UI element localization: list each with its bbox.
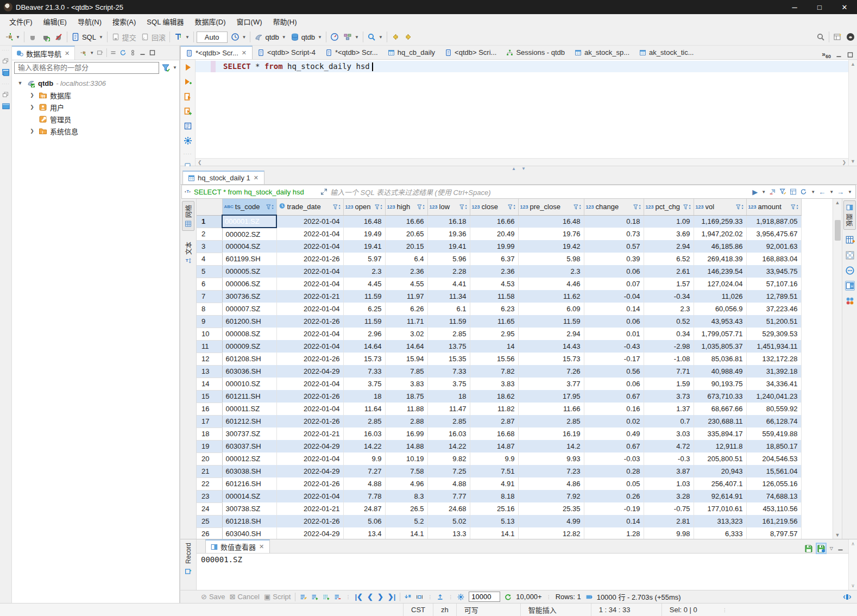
- cell-open[interactable]: 19.49: [343, 228, 385, 240]
- cell-close[interactable]: 7.82: [470, 365, 518, 378]
- cell-pre_close[interactable]: 3.77: [518, 378, 584, 390]
- cell-close[interactable]: 5.13: [470, 515, 518, 527]
- cell-ts_code[interactable]: 000005.SZ: [222, 265, 276, 278]
- cell-ts_code[interactable]: 601211.SH: [222, 390, 276, 403]
- cell-high[interactable]: 6.26: [385, 303, 427, 315]
- references-panel-icon[interactable]: [845, 296, 855, 306]
- value-viewer-panel-icon[interactable]: H: [845, 281, 855, 291]
- cell-amount[interactable]: 31,392.18: [746, 365, 801, 378]
- cell-change[interactable]: -0.19: [584, 502, 644, 515]
- cell-vol[interactable]: 6,333: [694, 527, 746, 539]
- cell-pct_chg[interactable]: 2.94: [644, 240, 694, 253]
- row-number[interactable]: 1: [197, 215, 222, 228]
- table-row[interactable]: 6000006.SZ2022-01-044.454.554.414.534.46…: [197, 278, 801, 290]
- cell-close[interactable]: 25.16: [470, 502, 518, 515]
- tab-overflow-button[interactable]: »60: [822, 51, 831, 59]
- menu-item[interactable]: 搜索(A): [108, 15, 141, 28]
- cell-high[interactable]: 14.88: [385, 440, 427, 452]
- cell-ts_code[interactable]: 000011.SZ: [222, 403, 276, 415]
- table-row[interactable]: 22601216.SH2022-01-264.884.964.884.914.8…: [197, 477, 801, 490]
- project-fastview-icon[interactable]: [2, 102, 10, 111]
- filter-sort-icon[interactable]: [333, 203, 342, 211]
- cell-pre_close[interactable]: 16.19: [518, 428, 584, 440]
- cell-vol[interactable]: 46,185.86: [694, 240, 746, 253]
- tree-item-管理员[interactable]: 管理员: [12, 113, 179, 125]
- cell-ts_code[interactable]: 000008.SZ: [222, 328, 276, 340]
- scroll-right-icon[interactable]: ❯: [842, 160, 846, 165]
- table-row[interactable]: 25601218.SH2022-01-265.065.25.025.134.99…: [197, 515, 801, 527]
- table-row[interactable]: 19603037.SH2022-04-2914.2214.8814.2214.8…: [197, 440, 801, 452]
- cell-pct_chg[interactable]: 2.3: [644, 303, 694, 315]
- minimize-panel-icon[interactable]: [837, 545, 844, 552]
- table-row[interactable]: 1000001.SZ2022-01-0416.4816.6616.1816.66…: [197, 215, 801, 228]
- cell-amount[interactable]: 33,945.75: [746, 265, 801, 278]
- cell-amount[interactable]: 161,219.56: [746, 515, 801, 527]
- row-number[interactable]: 24: [197, 502, 222, 515]
- edit-filter-icon[interactable]: [779, 188, 786, 196]
- tree-item-用户[interactable]: ❯用户: [12, 101, 179, 113]
- cell-trade_date[interactable]: 2022-01-04: [276, 378, 343, 390]
- add-row-icon[interactable]: [311, 593, 318, 600]
- row-number[interactable]: 6: [197, 278, 222, 290]
- table-row[interactable]: 24300738.SZ2022-01-2124.8726.524.6825.16…: [197, 502, 801, 515]
- cell-open[interactable]: 4.88: [343, 477, 385, 490]
- chevron-down-icon[interactable]: ▼: [90, 51, 94, 55]
- table-row[interactable]: 26603040.SH2022-04-2913.414.113.314.112.…: [197, 527, 801, 539]
- cell-open[interactable]: 7.78: [343, 490, 385, 502]
- cell-low[interactable]: 2.85: [427, 328, 470, 340]
- cell-amount[interactable]: 1,918,887.05: [746, 215, 801, 228]
- cell-change[interactable]: -0.43: [584, 340, 644, 353]
- switch-presentation-icon[interactable]: [843, 593, 852, 601]
- cell-amount[interactable]: 168,883.04: [746, 253, 801, 265]
- scroll-down-icon[interactable]: ∨: [851, 583, 855, 588]
- cell-pct_chg[interactable]: 3.73: [644, 390, 694, 403]
- cell-amount[interactable]: 1,451,934.11: [746, 340, 801, 353]
- active-connection-selector[interactable]: qtdb▼: [252, 31, 288, 43]
- close-button[interactable]: ✕: [832, 0, 857, 14]
- cell-close[interactable]: 14.87: [470, 440, 518, 452]
- cell-low[interactable]: 16.03: [427, 428, 470, 440]
- minimize-button[interactable]: ─: [782, 0, 807, 14]
- cell-open[interactable]: 5.06: [343, 515, 385, 527]
- cell-pct_chg[interactable]: 0.52: [644, 315, 694, 328]
- cell-trade_date[interactable]: 2022-01-26: [276, 515, 343, 527]
- row-number[interactable]: 25: [197, 515, 222, 527]
- cell-ts_code[interactable]: 601200.SH: [222, 315, 276, 328]
- cell-amount[interactable]: 204,546.53: [746, 452, 801, 465]
- cell-close[interactable]: 8.18: [470, 490, 518, 502]
- cell-close[interactable]: 14: [470, 340, 518, 353]
- cell-amount[interactable]: 57,107.16: [746, 278, 801, 290]
- tab-database-navigator[interactable]: 数据库导航 ✕: [12, 46, 75, 60]
- cell-open[interactable]: 11.59: [343, 290, 385, 303]
- cell-change[interactable]: 0.28: [584, 465, 644, 477]
- cell-trade_date[interactable]: 2022-01-26: [276, 390, 343, 403]
- cell-high[interactable]: 18.75: [385, 390, 427, 403]
- cell-trade_date[interactable]: 2022-01-26: [276, 415, 343, 428]
- scroll-down-icon[interactable]: ▼: [835, 532, 840, 538]
- table-row[interactable]: 15601211.SH2022-01-261818.751818.6217.95…: [197, 390, 801, 403]
- cell-pre_close[interactable]: 7.92: [518, 490, 584, 502]
- table-filter-input[interactable]: [14, 62, 159, 74]
- cell-close[interactable]: 9.9: [470, 452, 518, 465]
- commit-button[interactable]: 提交: [109, 30, 138, 44]
- cell-high[interactable]: 8.3: [385, 490, 427, 502]
- cell-pct_chg[interactable]: 7.71: [644, 365, 694, 378]
- filter-sort-icon[interactable]: [574, 203, 582, 211]
- row-number[interactable]: 5: [197, 265, 222, 278]
- row-number[interactable]: 21: [197, 465, 222, 477]
- cell-amount[interactable]: 529,309.53: [746, 328, 801, 340]
- cell-high[interactable]: 5.2: [385, 515, 427, 527]
- minimize-view-icon[interactable]: [835, 51, 842, 58]
- cell-ts_code[interactable]: 601199.SH: [222, 253, 276, 265]
- tree-expander-icon[interactable]: ▼: [16, 80, 24, 86]
- cell-trade_date[interactable]: 2022-01-26: [276, 477, 343, 490]
- cell-low[interactable]: 11.59: [427, 315, 470, 328]
- filter-sort-icon[interactable]: [633, 203, 642, 211]
- column-header-high[interactable]: 123high: [385, 199, 427, 215]
- column-header-pct_chg[interactable]: 123pct_chg: [644, 199, 694, 215]
- cell-open[interactable]: 24.87: [343, 502, 385, 515]
- cell-high[interactable]: 20.15: [385, 240, 427, 253]
- calc-panel-icon[interactable]: [845, 235, 855, 245]
- cell-close[interactable]: 19.99: [470, 240, 518, 253]
- edit-cell-icon[interactable]: [300, 593, 307, 600]
